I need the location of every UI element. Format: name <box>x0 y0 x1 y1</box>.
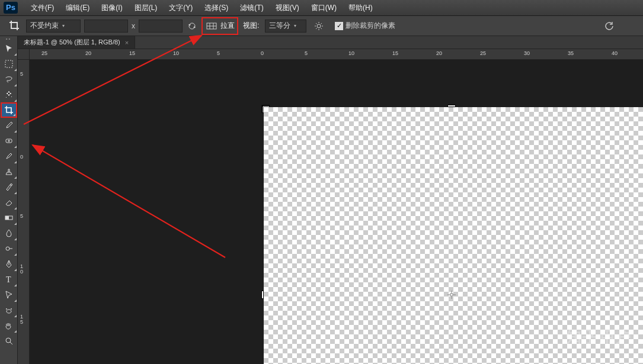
ruler-h-tick: 15 <box>129 50 135 56</box>
ruler-h-tick: 5 <box>217 50 220 56</box>
ruler-v-tick: 5 <box>20 72 23 77</box>
ruler-v-tick: 1 0 <box>20 264 23 275</box>
ruler-v-tick: 5 <box>20 214 23 219</box>
straighten-highlight: 拉直 <box>201 17 238 35</box>
dimension-separator: x <box>132 22 135 30</box>
ruler-h-tick: 25 <box>41 50 47 56</box>
swap-dimensions-icon[interactable] <box>186 20 198 32</box>
document-tab-bar: 未标题-1 @ 50% (图层 1, RGB/8) × <box>18 36 643 49</box>
aspect-constraint-value: 不受约束 <box>30 21 59 31</box>
svg-point-9 <box>6 308 7 310</box>
tools-panel: •• T <box>0 36 18 364</box>
ruler-h-tick: 10 <box>173 50 179 56</box>
menu-view[interactable]: 视图(V) <box>270 3 305 13</box>
pen-tool[interactable] <box>1 256 17 272</box>
ruler-v-tick: 0 <box>20 154 23 160</box>
straighten-button[interactable]: 拉直 <box>220 21 235 31</box>
toolbar-grip-icon[interactable]: •• <box>0 36 17 41</box>
menu-window[interactable]: 窗口(W) <box>305 3 343 13</box>
crop-options-gear-icon[interactable] <box>312 20 325 33</box>
menu-layer[interactable]: 图层(L) <box>129 3 164 13</box>
overlay-view-dropdown[interactable]: 三等分 ▾ <box>265 20 306 33</box>
crop-handle-ml[interactable] <box>261 291 267 297</box>
svg-rect-16 <box>450 294 453 296</box>
canvas[interactable] <box>264 107 643 364</box>
ruler-vertical[interactable]: 5051 01 52 0 <box>18 60 30 364</box>
eraser-tool[interactable] <box>1 195 17 210</box>
lasso-tool[interactable] <box>1 72 17 87</box>
move-tool[interactable] <box>1 41 17 56</box>
healing-brush-tool[interactable] <box>1 133 17 149</box>
history-brush-tool[interactable] <box>1 179 17 195</box>
watermark: 知乎用户 <box>566 327 632 347</box>
dodge-tool[interactable] <box>1 241 17 256</box>
svg-point-11 <box>6 338 11 343</box>
svg-point-10 <box>11 308 12 310</box>
ruler-v-tick: 1 5 <box>20 314 23 325</box>
app-logo: Ps <box>4 2 18 14</box>
dropdown-caret-icon: ▾ <box>294 23 296 28</box>
svg-rect-15 <box>262 291 263 298</box>
delete-cropped-checkbox[interactable]: ✓ <box>335 22 343 30</box>
clone-stamp-tool[interactable] <box>1 164 17 179</box>
ruler-h-tick: 40 <box>612 50 618 56</box>
svg-point-1 <box>317 24 321 28</box>
blur-tool[interactable] <box>1 226 17 241</box>
crop-handle-tl[interactable] <box>263 106 268 112</box>
menu-filter[interactable]: 滤镜(T) <box>234 3 269 13</box>
zoom-tool[interactable] <box>1 333 17 349</box>
svg-point-4 <box>10 184 12 186</box>
shape-tool[interactable] <box>1 302 17 318</box>
ruler-horizontal[interactable]: 2520151050510152025303540 <box>30 49 643 60</box>
overlay-view-value: 三等分 <box>269 21 290 31</box>
crop-height-input[interactable] <box>139 20 183 33</box>
menu-help[interactable]: 帮助(H) <box>343 3 379 13</box>
document-tab[interactable]: 未标题-1 @ 50% (图层 1, RGB/8) × <box>18 36 135 49</box>
canvas-viewport[interactable] <box>30 60 643 364</box>
path-selection-tool[interactable] <box>1 287 17 302</box>
crop-handle-tc[interactable] <box>447 105 453 111</box>
delete-cropped-label: 删除裁剪的像素 <box>346 21 395 31</box>
eyedropper-tool[interactable] <box>1 118 17 133</box>
ruler-h-tick: 10 <box>348 50 354 56</box>
brush-tool[interactable] <box>1 149 17 164</box>
svg-rect-2 <box>5 60 12 67</box>
ruler-origin[interactable] <box>18 49 30 60</box>
marquee-tool[interactable] <box>1 56 17 72</box>
menu-file[interactable]: 文件(F) <box>25 3 60 13</box>
svg-rect-13 <box>448 105 455 107</box>
menu-type[interactable]: 文字(Y) <box>163 3 199 13</box>
reset-crop-icon[interactable] <box>596 20 625 33</box>
svg-rect-6 <box>5 216 9 220</box>
svg-point-7 <box>6 247 9 250</box>
menu-edit[interactable]: 编辑(E) <box>60 3 95 13</box>
ruler-h-tick: 0 <box>261 50 264 56</box>
view-label: 视图: <box>243 21 259 31</box>
menu-bar: Ps 文件(F) 编辑(E) 图像(I) 图层(L) 文字(Y) 选择(S) 滤… <box>0 0 643 16</box>
magic-wand-tool[interactable] <box>1 87 17 102</box>
close-tab-icon[interactable]: × <box>125 39 129 46</box>
crop-tool[interactable] <box>1 102 17 118</box>
ruler-h-tick: 15 <box>392 50 398 56</box>
crop-center-icon[interactable] <box>447 291 453 297</box>
ruler-h-tick: 35 <box>568 50 574 56</box>
ruler-h-tick: 5 <box>305 50 308 56</box>
gradient-tool[interactable] <box>1 210 17 226</box>
crop-tool-indicator-icon <box>8 20 21 33</box>
ruler-h-tick: 20 <box>85 50 91 56</box>
ruler-h-tick: 20 <box>436 50 442 56</box>
aspect-constraint-dropdown[interactable]: 不受约束 ▾ <box>26 20 81 33</box>
crop-width-input[interactable] <box>84 20 128 33</box>
menu-image[interactable]: 图像(I) <box>95 3 128 13</box>
hand-tool[interactable] <box>1 318 17 333</box>
options-bar: 不受约束 ▾ x 拉直 视图: 三等分 ▾ ✓ 删除裁剪的像素 <box>0 16 643 36</box>
straighten-grid-icon[interactable] <box>205 20 218 33</box>
document-area: 2520151050510152025303540 5051 01 52 0 <box>18 49 643 364</box>
menu-select[interactable]: 选择(S) <box>199 3 234 13</box>
type-tool[interactable]: T <box>1 272 17 287</box>
dropdown-caret-icon: ▾ <box>62 23 65 28</box>
svg-text:T: T <box>6 275 11 284</box>
ruler-h-tick: 30 <box>524 50 530 56</box>
ruler-h-tick: 25 <box>480 50 486 56</box>
document-tab-title: 未标题-1 @ 50% (图层 1, RGB/8) <box>24 38 120 47</box>
